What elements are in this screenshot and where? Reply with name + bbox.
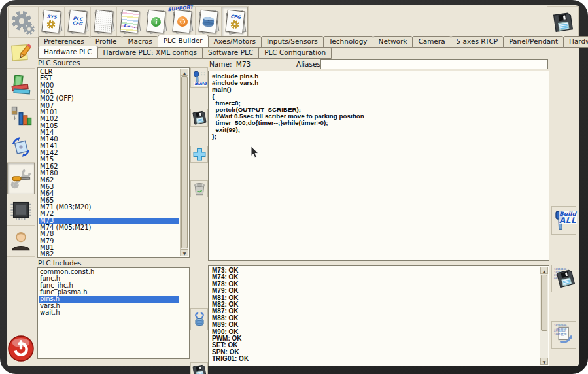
plc-source-item[interactable]: M15: [39, 156, 179, 163]
toolbar-button-macros-doc[interactable]: Σ=...: [117, 7, 143, 37]
plc-source-item[interactable]: EST: [39, 75, 179, 82]
plc-include-item[interactable]: func_plasma.h: [39, 289, 179, 296]
sidebar: [7, 37, 35, 366]
main-tab[interactable]: Axes/Motors: [208, 36, 262, 48]
plc-source-item[interactable]: CLR: [39, 69, 179, 75]
toolbar-button-database[interactable]: [196, 7, 222, 37]
plc-source-item[interactable]: M141: [39, 143, 179, 150]
plc-source-item[interactable]: M62: [39, 177, 179, 184]
sidebar-item-edit-notes[interactable]: [7, 37, 35, 69]
plc-include-item[interactable]: common.const.h: [39, 269, 179, 275]
plc-source-item[interactable]: M102: [39, 116, 179, 122]
plc-source-item[interactable]: M101: [39, 109, 179, 116]
plc-source-item[interactable]: M78: [39, 231, 179, 237]
plus-icon: [192, 147, 207, 162]
main-tab[interactable]: Camera: [412, 36, 451, 48]
scroll-up-icon[interactable]: ▲: [540, 267, 548, 274]
scroll-thumb[interactable]: [181, 76, 188, 248]
sidebar-item-settings[interactable]: [7, 163, 35, 194]
build-log[interactable]: M73: OKM74: OKM78: OKM79: OKM81: OKM82: …: [208, 265, 549, 366]
sidebar-item-docs[interactable]: [7, 69, 35, 100]
plc-include-item[interactable]: pins.h: [39, 296, 179, 302]
code-line: #include vars.h: [212, 80, 549, 86]
plc-source-item[interactable]: M71 (M03;M20): [39, 204, 179, 211]
toolbar-button-blank-doc[interactable]: [91, 7, 117, 37]
plc-source-item[interactable]: M79: [39, 238, 179, 245]
code-line: #include pins.h: [212, 73, 549, 80]
log-line: M90: OK: [212, 329, 538, 335]
main-tab[interactable]: Macros: [122, 36, 158, 48]
plc-source-item[interactable]: M142: [39, 150, 179, 156]
plc-source-item[interactable]: M00: [39, 82, 179, 89]
power-button[interactable]: [7, 330, 35, 366]
plc-sources-scrollbar[interactable]: ▲ ▼: [180, 69, 188, 256]
toolbar-button-plc-cfg[interactable]: PLC CFG: [65, 7, 91, 37]
plc-source-item[interactable]: M81: [39, 245, 179, 251]
build-all-button[interactable]: Build ALL: [551, 206, 576, 235]
toolbar-button-info[interactable]: [143, 7, 169, 37]
name-label-text: Name:: [209, 60, 232, 68]
screenshot: SYS PLC CFG Σ=... SUPPORT: [0, 0, 588, 374]
system-menu-button[interactable]: [8, 6, 39, 38]
scroll-thumb[interactable]: [541, 275, 547, 331]
toolbar-button-sys[interactable]: SYS: [39, 7, 65, 37]
code-editor[interactable]: #include pins.h#include vars.hmain(){ ti…: [208, 71, 549, 261]
sub-tab[interactable]: Hardware PLC: XML configs: [97, 47, 203, 59]
main-tab[interactable]: Panel/Pendant: [503, 36, 564, 48]
plc-source-item[interactable]: M74 (M05;M21): [39, 224, 179, 231]
main-tab[interactable]: Hardware: [563, 36, 588, 48]
plc-source-item[interactable]: M162: [39, 163, 179, 170]
plc-source-item[interactable]: M02 (OFF): [39, 95, 179, 102]
plc-source-item[interactable]: M82: [39, 251, 179, 256]
save-session-button[interactable]: [547, 6, 579, 38]
window-frame: SYS PLC CFG Σ=... SUPPORT: [0, 0, 588, 374]
sub-tab[interactable]: PLC Configuration: [258, 47, 332, 59]
plc-includes-listbox[interactable]: common.const.hfunc.hfunc_ihc.hfunc_plasm…: [37, 267, 190, 359]
main-tab[interactable]: 5 axes RTCP: [451, 36, 504, 48]
main-tab[interactable]: Technology: [323, 36, 373, 48]
plc-source-item[interactable]: M140: [39, 136, 179, 143]
sidebar-item-dxf[interactable]: [7, 131, 35, 163]
plc-include-item[interactable]: vars.h: [39, 303, 179, 309]
plc-source-item[interactable]: M14: [39, 129, 179, 136]
toolbar-button-support[interactable]: SUPPORT: [169, 7, 196, 37]
plc-source-item[interactable]: M07: [39, 103, 179, 109]
scroll-up-icon[interactable]: ▲: [181, 69, 188, 76]
save-source-button[interactable]: [190, 109, 208, 127]
aliases-input[interactable]: [320, 60, 548, 69]
main-tab[interactable]: Network: [373, 36, 413, 48]
log-line: M73: OK: [212, 267, 538, 274]
sidebar-item-user[interactable]: [7, 226, 35, 257]
tools-icon: [10, 167, 32, 190]
delete-source-button[interactable]: [190, 180, 208, 197]
main-tab[interactable]: PLC Builder: [158, 35, 209, 48]
sub-tab[interactable]: Software PLC: [202, 47, 259, 59]
plc-source-item[interactable]: M180: [39, 170, 179, 177]
sub-tab[interactable]: Hardware PLC: [38, 46, 98, 59]
plc-source-item[interactable]: M63: [39, 184, 179, 190]
sidebar-item-hardware[interactable]: [7, 194, 35, 226]
save-include-button[interactable]: [190, 362, 208, 374]
toolbar: SYS PLC CFG Σ=... SUPPORT: [38, 6, 249, 38]
plc-source-item[interactable]: M64: [39, 190, 179, 197]
toolbar-button-cfg[interactable]: CFG: [222, 7, 248, 37]
log-line: PWM: OK: [212, 335, 538, 342]
export-button[interactable]: 10101000 11010010 01101001 10010110: [551, 321, 576, 348]
database-document-icon: [198, 10, 218, 34]
save-all-button[interactable]: 10110100 10100011 01011010 00110101: [551, 265, 576, 292]
plc-source-item[interactable]: M72: [39, 211, 179, 217]
sidebar-item-tooling[interactable]: [7, 100, 35, 131]
log-scrollbar[interactable]: ▲ ▼: [540, 267, 548, 365]
plc-source-item[interactable]: M105: [39, 123, 179, 129]
plc-include-item[interactable]: wait.h: [39, 309, 179, 316]
build-all-bottom: ALL: [559, 217, 576, 224]
build-button[interactable]: Build: [190, 67, 208, 88]
scroll-down-icon[interactable]: ▼: [540, 358, 548, 365]
plc-cfg-label: PLC CFG: [71, 16, 84, 27]
plc-sources-listbox[interactable]: CLRESTM00M01M02 (OFF)M07M101M102M105M14M…: [37, 67, 190, 258]
add-source-button[interactable]: [190, 146, 208, 163]
scroll-down-icon[interactable]: ▼: [181, 249, 188, 256]
main-tab[interactable]: Inputs/Sensors: [261, 36, 324, 48]
database-arrows-icon: [192, 310, 207, 328]
reload-db-button[interactable]: [190, 308, 208, 330]
